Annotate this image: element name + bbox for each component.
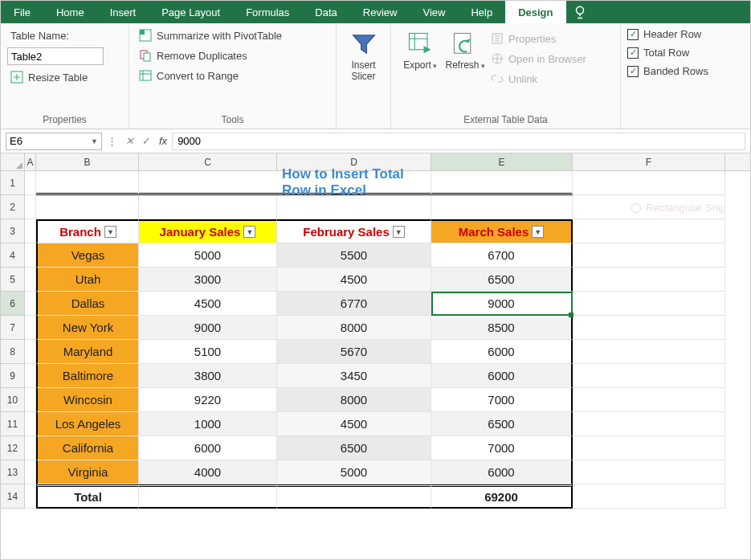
feb-cell[interactable]: 5000 (277, 460, 431, 484)
row-header[interactable]: 10 (1, 388, 25, 412)
cell[interactable] (25, 292, 36, 316)
mar-cell[interactable]: 7000 (431, 436, 573, 460)
cancel-formula-icon[interactable]: ✕ (125, 135, 134, 147)
mar-cell[interactable]: 6500 (431, 268, 573, 292)
cell[interactable] (25, 243, 36, 268)
cell[interactable] (573, 219, 725, 243)
cell[interactable] (25, 436, 36, 460)
row-header[interactable]: 8 (1, 340, 25, 364)
tab-view[interactable]: View (410, 1, 458, 23)
total-row-checkbox[interactable]: ✓Total Row (627, 47, 708, 59)
cell[interactable] (573, 412, 725, 436)
branch-cell[interactable]: New York (36, 316, 139, 340)
jan-cell[interactable]: 5000 (139, 243, 277, 268)
banded-rows-checkbox[interactable]: ✓Banded Rows (627, 65, 708, 77)
cell[interactable] (25, 460, 36, 484)
feb-cell[interactable]: 4500 (277, 268, 431, 292)
mar-cell[interactable]: 6000 (431, 460, 573, 484)
tab-review[interactable]: Review (350, 1, 410, 23)
feb-cell[interactable]: 8000 (277, 388, 431, 412)
row-header[interactable]: 6 (1, 292, 25, 316)
resize-table-button[interactable]: Resize Table (7, 68, 104, 86)
jan-cell[interactable]: 3800 (139, 364, 277, 388)
cell[interactable] (573, 316, 725, 340)
table-title[interactable]: How to Insert Total Row in Excel (277, 171, 431, 195)
row-header[interactable]: 12 (1, 436, 25, 460)
cell[interactable] (573, 171, 725, 195)
fx-icon[interactable]: fx (159, 135, 167, 147)
jan-cell[interactable]: 4500 (139, 292, 277, 316)
branch-cell[interactable]: Baltimore (36, 364, 139, 388)
jan-cell[interactable]: 3000 (139, 268, 277, 292)
table-title[interactable] (139, 171, 277, 195)
header-feb[interactable]: February Sales ▼ (277, 219, 431, 243)
tab-design[interactable]: Design (505, 1, 565, 23)
cell[interactable] (36, 195, 139, 219)
cell[interactable] (573, 243, 725, 268)
row-header[interactable]: 11 (1, 412, 25, 436)
branch-cell[interactable]: Maryland (36, 340, 139, 364)
cell[interactable] (573, 436, 725, 460)
total-feb-cell[interactable] (277, 484, 431, 509)
insert-slicer-button[interactable]: InsertSlicer (343, 27, 384, 112)
cell[interactable] (573, 484, 725, 509)
cell[interactable] (431, 195, 573, 219)
mar-cell[interactable]: 6500 (431, 412, 573, 436)
cell[interactable] (25, 340, 36, 364)
filter-icon[interactable]: ▼ (532, 226, 544, 238)
table-name-input[interactable] (7, 47, 104, 65)
cell[interactable] (573, 364, 725, 388)
row-header[interactable]: 3 (1, 219, 25, 243)
export-button[interactable]: Export (398, 27, 443, 72)
jan-cell[interactable]: 9220 (139, 388, 277, 412)
remove-duplicates-button[interactable]: Remove Duplicates (136, 47, 285, 64)
row-header[interactable]: 2 (1, 195, 25, 219)
col-header-f[interactable]: F (573, 153, 725, 170)
feb-cell[interactable]: 3450 (277, 364, 431, 388)
row-header[interactable]: 14 (1, 484, 25, 509)
mar-cell[interactable]: 6000 (431, 340, 573, 364)
enter-formula-icon[interactable]: ✓ (142, 135, 151, 147)
cell[interactable] (573, 292, 725, 316)
convert-range-button[interactable]: Convert to Range (136, 67, 285, 84)
cell[interactable] (25, 388, 36, 412)
row-header[interactable]: 7 (1, 316, 25, 340)
mar-cell[interactable]: 8500 (431, 316, 573, 340)
branch-cell[interactable]: Dallas (36, 292, 139, 316)
cell[interactable] (25, 195, 36, 219)
tab-formulas[interactable]: Formulas (233, 1, 302, 23)
mar-cell[interactable]: 6000 (431, 364, 573, 388)
row-header[interactable]: 9 (1, 364, 25, 388)
tab-file[interactable]: File (1, 1, 43, 23)
cell[interactable] (25, 268, 36, 292)
refresh-button[interactable]: Refresh (443, 27, 488, 72)
row-header[interactable]: 4 (1, 243, 25, 268)
tab-home[interactable]: Home (43, 1, 97, 23)
feb-cell[interactable]: 6770 (277, 292, 431, 316)
cell[interactable] (25, 364, 36, 388)
col-header-e[interactable]: E (431, 153, 573, 170)
jan-cell[interactable]: 4000 (139, 460, 277, 484)
cell[interactable] (25, 484, 36, 509)
feb-cell[interactable]: 4500 (277, 412, 431, 436)
cell[interactable] (573, 268, 725, 292)
filter-icon[interactable]: ▼ (243, 226, 255, 238)
branch-cell[interactable]: Wincosin (36, 388, 139, 412)
name-box[interactable]: E6 ▼ (6, 133, 102, 150)
jan-cell[interactable]: 9000 (139, 316, 277, 340)
tab-help[interactable]: Help (458, 1, 505, 23)
jan-cell[interactable]: 5100 (139, 340, 277, 364)
branch-cell[interactable]: Los Angeles (36, 412, 139, 436)
col-header-c[interactable]: C (139, 153, 277, 170)
cell[interactable] (573, 340, 725, 364)
total-jan-cell[interactable] (139, 484, 277, 509)
mar-cell[interactable]: 7000 (431, 388, 573, 412)
row-header[interactable]: 1 (1, 171, 25, 195)
filter-icon[interactable]: ▼ (393, 226, 405, 238)
cell[interactable] (25, 316, 36, 340)
mar-cell[interactable]: 9000 (431, 292, 573, 316)
jan-cell[interactable]: 6000 (139, 436, 277, 460)
mar-cell[interactable]: 6700 (431, 243, 573, 268)
name-box-dropdown-icon[interactable]: ▼ (91, 137, 98, 145)
branch-cell[interactable]: Vegas (36, 243, 139, 268)
